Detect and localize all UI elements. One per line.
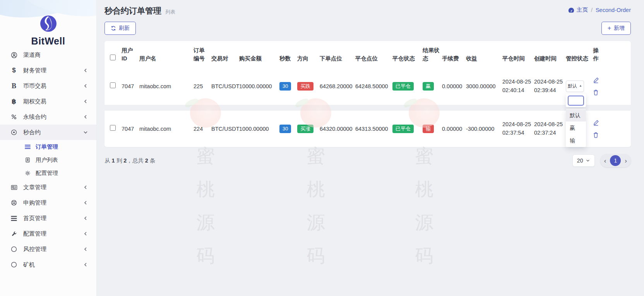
link-icon	[10, 114, 18, 120]
newspaper-icon	[10, 185, 18, 190]
edit-button[interactable]	[593, 120, 599, 126]
cell-fee: 0.00000	[442, 125, 466, 133]
target-icon	[10, 129, 18, 135]
page-title: 秒合约订单管理	[104, 5, 161, 16]
sidebar-item-homepage[interactable]: 首页管理	[0, 210, 96, 226]
sidebar-item-label: 矿机	[23, 261, 35, 269]
breadcrumb-home-link[interactable]: 主页	[568, 6, 588, 14]
col-seconds: 秒数	[279, 55, 297, 63]
col-order-no: 订单编号	[194, 46, 211, 63]
col-amount: 购买金额	[239, 55, 279, 63]
chevron-down-icon	[83, 130, 88, 135]
page-size-select[interactable]: 20	[572, 154, 595, 167]
cell-close-time: 2024-08-25 02:37:54	[502, 120, 534, 137]
seconds-badge: 30	[279, 125, 291, 133]
table-footer: 从 1 到 2，总共 2 条 20 ‹ 1 ›	[104, 154, 631, 167]
breadcrumb: 主页 / Second-Order	[568, 6, 631, 14]
dropdown-menu: 默认 赢 输	[566, 109, 586, 147]
dropdown-search-input[interactable]	[568, 96, 584, 106]
next-page-button[interactable]: ›	[625, 157, 627, 164]
select-all-checkbox[interactable]	[110, 55, 116, 60]
dropdown-option-lose[interactable]: 输	[566, 134, 586, 147]
cell-profit: -300.00000	[466, 125, 502, 133]
refresh-icon	[111, 26, 116, 31]
col-username: 用户名	[139, 55, 194, 63]
control-status-select[interactable]: 默认 ▲	[566, 80, 584, 92]
wrench-icon	[10, 231, 18, 237]
add-button[interactable]: + 新增	[601, 22, 631, 35]
edit-button[interactable]	[593, 77, 599, 84]
col-pair: 交易对	[211, 55, 239, 63]
chevron-down-icon	[586, 159, 590, 163]
sidebar-nav: 渠道商 $ 财务管理 B 币币交易 ฿ 期权交易 永续合约	[0, 47, 96, 272]
dropdown-option-win[interactable]: 赢	[566, 121, 586, 134]
cell-pair: BTC/USDT	[211, 125, 239, 133]
control-status-value: 默认	[568, 83, 577, 89]
sidebar-item-miner[interactable]: 矿机	[0, 257, 96, 272]
sidebar-item-settings[interactable]: 配置管理	[0, 226, 96, 241]
dropdown-option-default[interactable]: 默认	[566, 109, 586, 121]
sidebar-item-second-contract[interactable]: 秒合约	[0, 125, 96, 140]
row-gap	[104, 105, 631, 111]
col-create-time: 创建时间	[534, 55, 566, 63]
sidebar-item-label: 秒合约	[23, 129, 41, 136]
sidebar-item-options-trade[interactable]: ฿ 期权交易	[0, 94, 96, 109]
toolbar: 刷新 + 新增	[104, 22, 631, 35]
col-action: 操作	[593, 46, 608, 63]
life-ring-icon	[10, 200, 18, 206]
cell-order-no: 225	[194, 82, 211, 91]
row-checkbox[interactable]	[110, 125, 116, 131]
delete-button[interactable]	[593, 89, 599, 96]
chevron-left-icon	[83, 247, 88, 252]
cell-open-point: 64268.20000	[320, 82, 355, 91]
sidebar-item-channel[interactable]: 渠道商	[0, 47, 96, 63]
sidebar-item-finance[interactable]: $ 财务管理	[0, 63, 96, 78]
chevron-left-icon	[83, 231, 88, 236]
chevron-left-icon	[83, 200, 88, 205]
brand: BitWell	[0, 0, 96, 47]
user-circle-icon	[10, 52, 18, 58]
sidebar-item-label: 永续合约	[23, 113, 46, 121]
result-badge: 赢	[423, 82, 434, 91]
sidebar-item-label: 配置管理	[23, 230, 46, 238]
sidebar-subitem-label: 配置管理	[36, 169, 58, 177]
bitwell-logo-icon	[0, 15, 96, 33]
cell-pair: BTC/USDT	[211, 82, 239, 91]
cell-amount: 1000.00000	[239, 125, 279, 133]
row-checkbox[interactable]	[110, 82, 116, 88]
sidebar-item-risk-control[interactable]: 风控管理	[0, 241, 96, 257]
sidebar-item-label: 文章管理	[23, 184, 46, 191]
refresh-label: 刷新	[119, 25, 130, 32]
col-direction: 方向	[297, 55, 320, 63]
result-summary: 从 1 到 2，总共 2 条	[104, 157, 155, 164]
pagination-area: 20 ‹ 1 ›	[572, 154, 631, 167]
table-body-block: 7047 mitaobc.com 224 BTC/USDT 1000.00000…	[104, 111, 631, 147]
orders-table: 用户ID 用户名 订单编号 交易对 购买金额 秒数 方向 下单点位 平仓点位 平…	[104, 41, 631, 147]
sidebar: BitWell 渠道商 $ 财务管理 B 币币交易 ฿ 期权交易 永	[0, 0, 97, 296]
baht-icon: ฿	[10, 98, 18, 106]
result-badge: 输	[423, 125, 434, 133]
refresh-button[interactable]: 刷新	[104, 22, 136, 35]
sidebar-subitem-user-list[interactable]: 用户列表	[0, 153, 96, 166]
dropdown-search-panel	[566, 94, 586, 107]
prev-page-button[interactable]: ‹	[604, 157, 606, 164]
cell-fee: 0.00000	[442, 82, 466, 91]
sidebar-item-label: 渠道商	[23, 51, 41, 59]
cell-close-time: 2024-08-25 02:40:14	[502, 78, 534, 95]
sidebar-item-spot-trade[interactable]: B 币币交易	[0, 78, 96, 94]
cell-order-no: 224	[194, 125, 211, 133]
control-status-dropdown: 默认 ▲ 默认 赢 输	[566, 80, 591, 92]
delete-button[interactable]	[593, 132, 599, 138]
sidebar-item-subscription[interactable]: 申购管理	[0, 195, 96, 210]
col-close-time: 平仓时间	[502, 55, 534, 63]
sidebar-item-articles[interactable]: 文章管理	[0, 180, 96, 195]
sidebar-item-perpetual[interactable]: 永续合约	[0, 109, 96, 125]
breadcrumb-current[interactable]: Second-Order	[596, 7, 631, 13]
cell-close-point: 64248.50000	[355, 82, 392, 91]
cell-create-time: 2024-08-25 02:39:44	[534, 78, 566, 95]
sidebar-subitem-order-management[interactable]: 订单管理	[0, 140, 96, 153]
sidebar-subitem-config-management[interactable]: 配置管理	[0, 166, 96, 180]
circle-icon	[10, 246, 18, 252]
col-control-status: 管控状态	[566, 55, 593, 63]
current-page-button[interactable]: 1	[610, 155, 621, 166]
